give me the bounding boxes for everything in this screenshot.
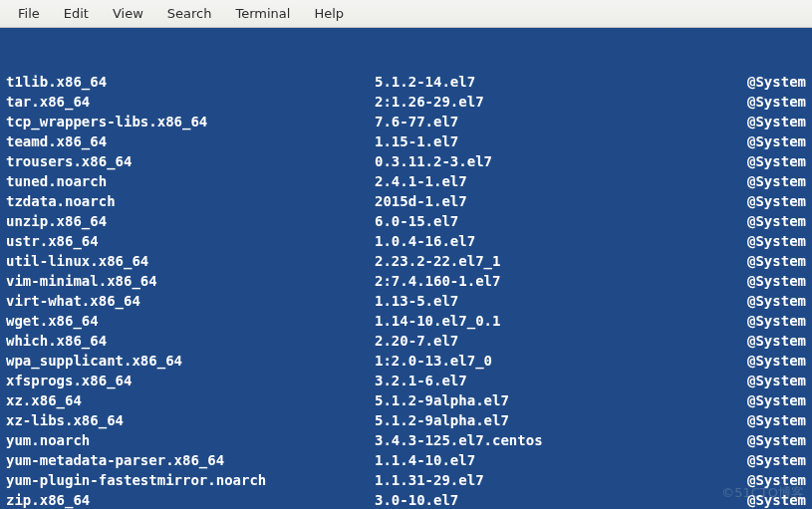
package-version: 0.3.11.2-3.el7 — [375, 151, 723, 171]
package-repo: @System — [747, 171, 806, 191]
package-name: tuned.noarch — [6, 171, 375, 191]
package-name: teamd.x86_64 — [6, 131, 375, 151]
package-version: 5.1.2-14.el7 — [375, 72, 723, 92]
package-row: yum.noarch3.4.3-125.el7.centos@System — [6, 430, 806, 450]
package-version: 2:7.4.160-1.el7 — [375, 271, 723, 291]
package-row: trousers.x86_640.3.11.2-3.el7@System — [6, 151, 806, 171]
menu-view[interactable]: View — [101, 2, 155, 25]
package-repo: @System — [747, 470, 806, 490]
package-name: tar.x86_64 — [6, 92, 375, 112]
package-row: virt-what.x86_641.13-5.el7@System — [6, 291, 806, 311]
package-row: wpa_supplicant.x86_641:2.0-13.el7_0@Syst… — [6, 351, 806, 371]
package-version: 5.1.2-9alpha.el7 — [375, 390, 723, 410]
package-name: virt-what.x86_64 — [6, 291, 375, 311]
package-version: 1.15-1.el7 — [375, 131, 723, 151]
package-version: 2015d-1.el7 — [375, 191, 723, 211]
menu-file[interactable]: File — [6, 2, 52, 25]
package-repo: @System — [747, 211, 806, 231]
package-row: tar.x86_642:1.26-29.el7@System — [6, 92, 806, 112]
package-row: tuned.noarch2.4.1-1.el7@System — [6, 171, 806, 191]
menu-help[interactable]: Help — [302, 2, 356, 25]
package-repo: @System — [747, 430, 806, 450]
package-name: zip.x86_64 — [6, 490, 375, 509]
package-row: zip.x86_643.0-10.el7@System — [6, 490, 806, 509]
menu-search[interactable]: Search — [155, 2, 224, 25]
package-name: vim-minimal.x86_64 — [6, 271, 375, 291]
package-version: 1.14-10.el7_0.1 — [375, 311, 723, 331]
package-row: unzip.x86_646.0-15.el7@System — [6, 211, 806, 231]
package-version: 2:1.26-29.el7 — [375, 92, 723, 112]
package-row: ustr.x86_641.0.4-16.el7@System — [6, 231, 806, 251]
package-row: tcp_wrappers-libs.x86_647.6-77.el7@Syste… — [6, 112, 806, 131]
package-name: trousers.x86_64 — [6, 151, 375, 171]
package-version: 1.1.31-29.el7 — [375, 470, 723, 490]
package-repo: @System — [747, 371, 806, 390]
package-name: which.x86_64 — [6, 331, 375, 351]
package-row: t1lib.x86_645.1.2-14.el7@System — [6, 72, 806, 92]
package-version: 2.23.2-22.el7_1 — [375, 251, 723, 271]
package-name: wget.x86_64 — [6, 311, 375, 331]
menu-terminal[interactable]: Terminal — [223, 2, 302, 25]
package-repo: @System — [747, 191, 806, 211]
package-repo: @System — [747, 131, 806, 151]
package-version: 2.4.1-1.el7 — [375, 171, 723, 191]
package-version: 3.4.3-125.el7.centos — [375, 430, 723, 450]
package-row: util-linux.x86_642.23.2-22.el7_1@System — [6, 251, 806, 271]
package-repo: @System — [747, 390, 806, 410]
package-row: teamd.x86_641.15-1.el7@System — [6, 131, 806, 151]
terminal-pane[interactable]: t1lib.x86_645.1.2-14.el7@Systemtar.x86_6… — [0, 28, 812, 509]
package-version: 5.1.2-9alpha.el7 — [375, 410, 723, 430]
package-name: wpa_supplicant.x86_64 — [6, 351, 375, 371]
package-version: 6.0-15.el7 — [375, 211, 723, 231]
package-version: 1.0.4-16.el7 — [375, 231, 723, 251]
package-row: yum-plugin-fastestmirror.noarch1.1.31-29… — [6, 470, 806, 490]
package-repo: @System — [747, 92, 806, 112]
package-version: 3.0-10.el7 — [375, 490, 723, 509]
package-name: t1lib.x86_64 — [6, 72, 375, 92]
package-repo: @System — [747, 351, 806, 371]
package-version: 3.2.1-6.el7 — [375, 371, 723, 390]
package-name: xz-libs.x86_64 — [6, 410, 375, 430]
menu-edit[interactable]: Edit — [52, 2, 101, 25]
package-row: vim-minimal.x86_642:7.4.160-1.el7@System — [6, 271, 806, 291]
menubar: File Edit View Search Terminal Help — [0, 0, 812, 28]
package-version: 1.1.4-10.el7 — [375, 450, 723, 470]
package-version: 1.13-5.el7 — [375, 291, 723, 311]
package-repo: @System — [747, 490, 806, 509]
package-version: 7.6-77.el7 — [375, 112, 723, 131]
package-row: wget.x86_641.14-10.el7_0.1@System — [6, 311, 806, 331]
package-name: yum-plugin-fastestmirror.noarch — [6, 470, 375, 490]
package-repo: @System — [747, 291, 806, 311]
package-repo: @System — [747, 231, 806, 251]
package-repo: @System — [747, 450, 806, 470]
package-row: xz.x86_645.1.2-9alpha.el7@System — [6, 390, 806, 410]
package-version: 1:2.0-13.el7_0 — [375, 351, 723, 371]
package-row: which.x86_642.20-7.el7@System — [6, 331, 806, 351]
package-row: xfsprogs.x86_643.2.1-6.el7@System — [6, 371, 806, 390]
package-repo: @System — [747, 251, 806, 271]
package-name: yum.noarch — [6, 430, 375, 450]
package-name: ustr.x86_64 — [6, 231, 375, 251]
package-repo: @System — [747, 72, 806, 92]
package-version: 2.20-7.el7 — [375, 331, 723, 351]
package-name: yum-metadata-parser.x86_64 — [6, 450, 375, 470]
package-row: xz-libs.x86_645.1.2-9alpha.el7@System — [6, 410, 806, 430]
package-name: unzip.x86_64 — [6, 211, 375, 231]
package-repo: @System — [747, 112, 806, 131]
package-repo: @System — [747, 271, 806, 291]
package-name: tzdata.noarch — [6, 191, 375, 211]
package-row: yum-metadata-parser.x86_641.1.4-10.el7@S… — [6, 450, 806, 470]
package-name: util-linux.x86_64 — [6, 251, 375, 271]
package-repo: @System — [747, 311, 806, 331]
package-name: xz.x86_64 — [6, 390, 375, 410]
package-repo: @System — [747, 410, 806, 430]
package-row: tzdata.noarch2015d-1.el7@System — [6, 191, 806, 211]
package-name: tcp_wrappers-libs.x86_64 — [6, 112, 375, 131]
package-name: xfsprogs.x86_64 — [6, 371, 375, 390]
package-list: t1lib.x86_645.1.2-14.el7@Systemtar.x86_6… — [6, 72, 806, 509]
package-repo: @System — [747, 331, 806, 351]
package-repo: @System — [747, 151, 806, 171]
